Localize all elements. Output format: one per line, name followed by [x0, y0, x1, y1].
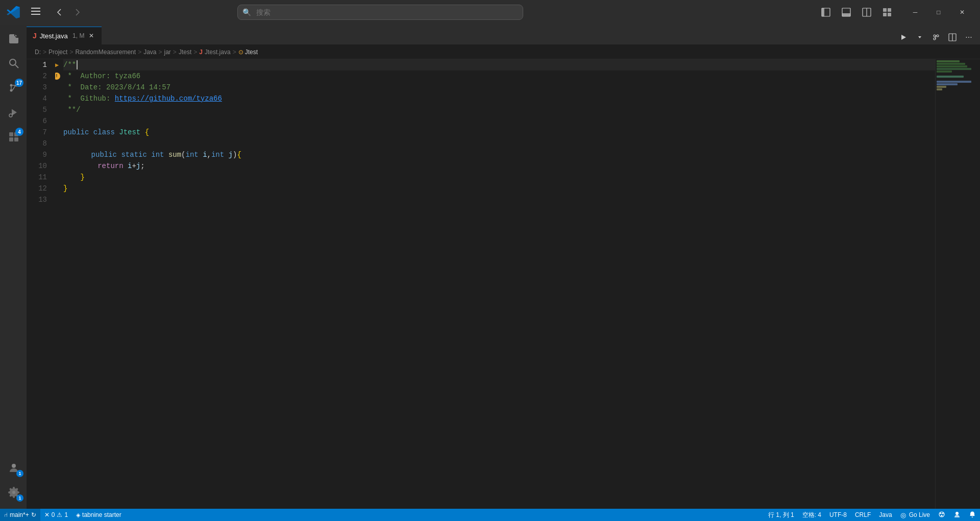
minimap	[935, 59, 976, 509]
back-button[interactable]	[51, 4, 67, 20]
minimap-content	[936, 59, 976, 92]
sidebar-item-source-control[interactable]: 17	[1, 76, 26, 100]
status-errors[interactable]: ✕ 0 ⚠ 1	[40, 509, 72, 521]
code-token-9-3: int	[151, 151, 164, 159]
code-line-10: return i + j ;	[63, 160, 935, 172]
tab-bar: J Jtest.java 1, M ✕	[27, 25, 980, 45]
sidebar-item-explorer[interactable]	[1, 27, 26, 51]
status-bell[interactable]	[965, 509, 980, 521]
status-line-ending[interactable]: CRLF	[851, 509, 875, 521]
code-sp-9-3	[164, 151, 168, 159]
minimize-button[interactable]: ─	[903, 4, 927, 20]
code-token-7-3: class	[93, 128, 115, 136]
sidebar-item-run[interactable]	[1, 100, 26, 125]
code-token-7-1: public	[63, 128, 89, 136]
minimap-line-9	[937, 81, 971, 83]
status-encoding[interactable]: UTF-8	[825, 509, 851, 521]
code-line-8	[63, 138, 935, 149]
layout-panel-button[interactable]	[838, 4, 854, 20]
tab-suffix: 1, M	[71, 32, 85, 39]
sidebar-item-settings[interactable]: 1	[1, 480, 26, 505]
sync-icon: ↻	[31, 511, 36, 518]
tabnine-icon: ◈	[76, 512, 80, 518]
layout-split-button[interactable]	[859, 4, 875, 20]
breadcrumb-jtest-java-file[interactable]: Jtest.java	[205, 49, 231, 56]
minimap-line-7	[937, 76, 964, 78]
code-area[interactable]: ▶ /** ! * Author: tyza66 * Date: 2023/8/…	[55, 59, 935, 509]
more-actions-button[interactable]: ···	[962, 30, 976, 44]
status-remote[interactable]	[934, 509, 949, 521]
hamburger-menu-icon[interactable]	[29, 7, 43, 18]
status-language[interactable]: Java	[875, 509, 896, 521]
sidebar-item-search[interactable]	[1, 51, 26, 76]
line-num-9: 9	[27, 149, 51, 160]
sidebar-item-account[interactable]: 1	[1, 456, 26, 480]
source-control-tab-button[interactable]	[929, 30, 943, 44]
code-token-9-5: (	[181, 151, 185, 159]
code-token-9-9: int	[211, 151, 224, 159]
search-bar: 🔍	[237, 5, 523, 20]
line-num-11: 11	[27, 172, 51, 183]
svg-point-33	[941, 515, 943, 516]
breadcrumb-randommeasurement[interactable]: RandomMeasurement	[75, 49, 136, 56]
code-token-11-1: }	[81, 173, 85, 181]
forward-button[interactable]	[69, 4, 86, 20]
code-sp-9-1	[117, 151, 121, 159]
code-token-9-10: j	[229, 151, 233, 159]
warning-dot-icon: !	[55, 73, 60, 80]
breadcrumb-drive[interactable]: D:	[35, 49, 41, 56]
java-file-icon: J	[33, 32, 37, 40]
scrollbar-track[interactable]	[976, 59, 980, 509]
code-line-13	[63, 194, 935, 205]
code-line-5: **/	[63, 104, 935, 115]
status-bar: ⑁ main*+ ↻ ✕ 0 ⚠ 1 ◈ tabnine starter 行 1…	[0, 509, 980, 521]
status-language-label: Java	[879, 511, 892, 518]
close-button[interactable]: ✕	[950, 4, 974, 20]
account-status-icon	[953, 511, 961, 519]
status-position[interactable]: 行 1, 列 1	[764, 509, 798, 521]
code-line-4: * Github: https://github.com/tyza66	[63, 93, 935, 104]
status-encoding-label: UTF-8	[829, 511, 847, 518]
sidebar-item-extensions[interactable]: 4	[1, 125, 26, 149]
status-branch[interactable]: ⑁ main*+ ↻	[0, 509, 40, 521]
code-sp-10	[124, 162, 128, 170]
git-branch-icon: ⑁	[4, 511, 8, 518]
status-tabnine[interactable]: ◈ tabnine starter	[72, 509, 126, 521]
code-token-9-0	[74, 151, 91, 159]
status-spaces[interactable]: 空格: 4	[798, 509, 825, 521]
status-account-icon[interactable]	[949, 509, 965, 521]
tab-label: Jtest.java	[40, 32, 68, 40]
svg-rect-22	[9, 137, 13, 141]
code-token-7-4	[115, 128, 119, 136]
layout-customize-button[interactable]	[879, 4, 895, 20]
svg-rect-10	[888, 8, 891, 12]
search-input[interactable]	[237, 5, 523, 20]
breadcrumb-jtest-folder[interactable]: Jtest	[179, 49, 191, 56]
code-token-1-1: /**	[63, 61, 76, 69]
split-editor-tab-button[interactable]	[945, 30, 960, 44]
breadcrumb-java[interactable]: Java	[143, 49, 156, 56]
maximize-button[interactable]: □	[927, 4, 950, 20]
tab-close-button[interactable]: ✕	[87, 32, 95, 40]
code-line-1: ▶ /**	[63, 59, 935, 70]
extensions-badge: 4	[15, 128, 23, 136]
svg-rect-0	[31, 8, 40, 9]
code-line-9: public static int sum ( int i , int j )	[63, 149, 935, 160]
code-token-9-11: )	[233, 151, 237, 159]
layout-sidebar-button[interactable]	[818, 4, 834, 20]
tab-jtest-java[interactable]: J Jtest.java 1, M ✕	[27, 27, 102, 44]
status-position-label: 行 1, 列 1	[768, 511, 794, 519]
run-dropdown-button[interactable]	[913, 30, 927, 44]
run-button[interactable]	[896, 30, 911, 44]
minimap-line-3	[937, 65, 967, 67]
status-go-live[interactable]: ◎ Go Live	[896, 509, 934, 521]
breadcrumb-jtest-class[interactable]: ⊙Jtest	[238, 49, 258, 56]
editor-content: 1 2 3 4 5 6 7 8 9 10 11 12 13 ▶ /**	[27, 59, 980, 509]
code-token-9-2: static	[121, 151, 146, 159]
breadcrumb-jar[interactable]: jar	[164, 49, 171, 56]
svg-point-32	[942, 512, 944, 514]
code-token-9-6: int	[186, 151, 199, 159]
breadcrumb-project[interactable]: Project	[48, 49, 67, 56]
line-num-3: 3	[27, 82, 51, 93]
code-token-7-6	[140, 128, 144, 136]
